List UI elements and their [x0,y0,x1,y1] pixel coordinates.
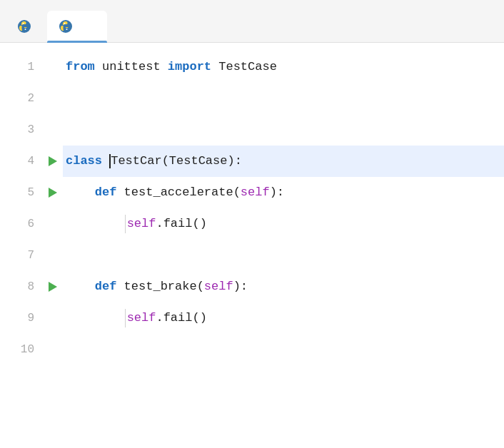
token-normal [66,302,124,334]
token-kw-purple: self [241,177,270,208]
code-line-3 [63,114,504,146]
run-button-8[interactable] [43,271,63,302]
code-content[interactable]: from unittest import TestCaseclass TestC… [63,43,504,448]
code-line-8: def test_brake(self): [63,271,504,302]
svg-point-2 [25,29,26,30]
run-button-4[interactable] [43,146,63,177]
tab-car[interactable] [6,11,47,42]
run-button-10 [43,334,63,365]
line-number-8: 8 [0,271,43,302]
token-normal [102,146,109,177]
token-kw-purple: self [204,271,233,302]
token-normal: test_brake( [116,271,203,302]
token-kw-purple: self [127,302,156,334]
code-line-1: from unittest import TestCase [63,51,504,83]
token-normal: .fail() [156,208,206,240]
line-number-5: 5 [0,177,43,208]
token-normal: ): [233,271,248,302]
token-normal [66,271,95,302]
token-normal [66,177,95,208]
token-normal: ): [270,177,284,208]
line-numbers: 12345678910 [0,43,43,448]
token-kw-purple: self [127,208,156,240]
token-kw-blue: def [95,271,117,302]
code-line-5: def test_accelerate(self): [63,177,504,208]
run-button-5[interactable] [43,177,63,208]
token-kw-blue: class [66,146,102,177]
code-line-6: self.fail() [63,208,504,240]
run-triangle-icon [49,188,57,198]
run-button-1 [43,51,63,83]
run-gutter [43,43,63,448]
run-triangle-icon [49,282,57,292]
token-normal: TestCar(TestCase): [111,146,242,177]
token-normal: TestCase [211,51,277,83]
line-number-1: 1 [0,51,43,83]
line-number-4: 4 [0,146,43,177]
token-kw-blue: import [168,51,211,83]
run-button-9 [43,302,63,334]
token-normal: .fail() [156,302,206,334]
code-line-7 [63,240,504,271]
python-icon-car [17,19,31,34]
token-kw-blue: from [66,51,95,83]
code-line-4: class TestCar(TestCase): [63,146,504,177]
line-number-7: 7 [0,240,43,271]
svg-point-4 [64,23,66,24]
token-normal: test_accelerate( [116,177,240,208]
indent-guide [125,215,126,233]
code-line-2 [63,83,504,114]
editor-area: 12345678910 from unittest import TestCas… [0,43,504,448]
line-number-6: 6 [0,208,43,240]
code-line-10 [63,334,504,365]
line-number-10: 10 [0,334,43,365]
run-button-7 [43,240,63,271]
indent-guide [125,309,126,327]
code-line-9: self.fail() [63,302,504,334]
line-number-2: 2 [0,83,43,114]
tab-bar [0,0,504,43]
run-triangle-icon [49,156,57,166]
token-normal [66,208,124,240]
run-button-3 [43,114,63,146]
tab-close-button[interactable] [84,21,96,32]
line-number-3: 3 [0,114,43,146]
tab-test-car[interactable] [47,11,107,42]
token-normal: unittest [95,51,168,83]
run-button-2 [43,83,63,114]
line-number-9: 9 [0,302,43,334]
svg-point-5 [66,29,68,30]
svg-point-1 [23,23,24,24]
token-kw-blue: def [95,177,117,208]
run-button-6 [43,208,63,240]
python-icon-test-car [59,19,73,34]
